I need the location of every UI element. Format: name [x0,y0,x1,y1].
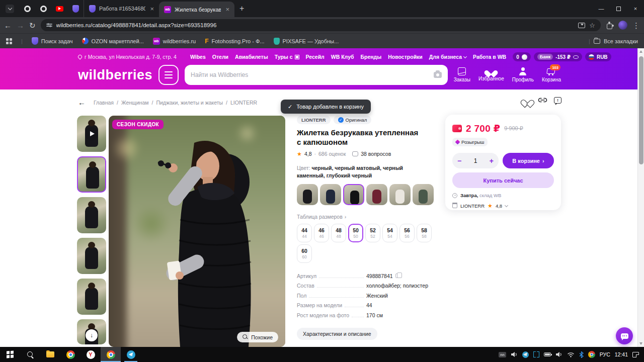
seller-info[interactable]: LIONTERR ★ 4,8 [452,203,554,209]
nav-brands[interactable]: Бренды [360,54,381,60]
site-settings-icon[interactable] [46,24,52,27]
chrome-active-window-button[interactable] [101,347,121,362]
search-input[interactable] [191,71,430,78]
taskbar-search-button[interactable] [20,347,40,362]
thumbnail-video[interactable] [77,116,106,152]
bank-balance-badge[interactable]: Банк -153 ₽ [534,52,582,61]
orders-button[interactable]: Заказы [454,67,470,82]
yandex-browser-button[interactable]: Y [80,347,101,362]
scrollbar-thumb[interactable] [639,56,643,164]
color-swatch[interactable] [389,184,411,205]
install-app-icon[interactable] [578,23,585,28]
size-option[interactable]: 5454 [382,224,397,242]
ratings-count[interactable]: 686 оценок [318,151,346,157]
nav-jobs[interactable]: Работа в WB [473,54,506,60]
thumbnail[interactable] [77,197,106,233]
breadcrumb-item[interactable]: Пиджаки, жилеты и жакеты [156,100,223,106]
currency-badge[interactable]: RUB [585,52,611,61]
browser-menu-icon[interactable]: ⋮ [632,22,640,29]
maximize-button[interactable] [610,0,627,17]
in-cart-button[interactable]: В корзине › [503,153,554,168]
pinned-tab[interactable] [51,0,67,17]
buy-now-button[interactable]: Купить сейчас [452,172,554,188]
tab-close-icon[interactable]: × [224,6,230,13]
product-main-image[interactable]: СЕЗОН СКИДОК Похожие [109,116,285,347]
cart-button[interactable]: 103 Корзина [542,67,561,82]
tab-work-order[interactable]: Работа #165346808 по заказу × [84,0,159,17]
tab-product-active[interactable]: wb Жилетка безрукавка утепленн × [159,2,234,17]
breadcrumb-item[interactable]: LIONTERR [230,100,257,106]
address-bar[interactable]: wildberries.ru/catalog/498887841/detail.… [41,19,601,31]
bookmark-item[interactable]: wb wildberries.ru [153,38,196,45]
bookmark-item[interactable]: OZON маркетплей... [82,38,144,44]
decrease-qty-button[interactable]: − [457,157,461,165]
url-text[interactable]: wildberries.ru/catalog/498887841/detail.… [56,22,575,28]
telegram-button[interactable] [121,347,141,362]
camera-search-icon[interactable] [434,72,442,78]
coins-badge[interactable]: 0 [513,52,531,61]
back-arrow-icon[interactable]: ← [78,98,86,107]
profile-avatar[interactable] [618,21,627,30]
telegram-tray-icon[interactable] [522,351,529,358]
size-table-link[interactable]: Таблица размеров › [297,214,436,220]
pinned-tab[interactable] [35,0,51,17]
start-button[interactable] [0,347,20,362]
breadcrumb-item[interactable]: Женщинам [121,100,149,106]
favorite-heart-icon[interactable] [523,97,531,104]
chat-support-button[interactable] [616,327,633,344]
brand-chip[interactable]: LIONTERR [297,116,331,124]
color-swatch-selected[interactable] [343,184,364,205]
questions-count[interactable]: 38 вопросов [361,151,391,157]
color-swatch[interactable] [366,184,387,205]
nav-wibes[interactable]: Wibes [190,54,206,60]
page-scrollbar[interactable] [637,48,644,347]
copy-icon[interactable] [395,274,399,278]
new-tab-button[interactable]: + [239,4,244,13]
headset-volume-icon[interactable] [555,351,562,357]
size-option[interactable]: 4444 [297,224,312,242]
nav-hotels[interactable]: Отели [212,54,228,60]
thumbnail[interactable] [77,279,106,315]
thumbnail-selected[interactable] [77,156,106,193]
increase-qty-button[interactable]: + [490,157,494,165]
tray-app-icon[interactable]: nn [499,352,506,357]
tab-close-icon[interactable]: × [149,6,155,12]
nav-wb-club[interactable]: WB Клуб [331,54,354,60]
bookmark-item[interactable]: F Fotohosting.Pro - Ф... [205,38,264,45]
size-option[interactable]: 4646 [314,224,329,242]
language-indicator[interactable]: РУС [600,351,610,357]
size-option[interactable]: 4848 [331,224,346,242]
nav-newbuildings[interactable]: Новостройки [388,54,423,60]
nav-avia[interactable]: Авиабилеты [235,54,268,60]
size-option-selected[interactable]: 5050 [348,224,363,242]
search-bar[interactable] [185,65,448,85]
share-link-icon[interactable] [538,97,547,103]
address-link[interactable]: г Москва, ул Никольская д. 7-9, стр. 4 [78,54,177,60]
report-icon[interactable]: ! [554,97,561,104]
notification-center-icon[interactable] [632,352,639,357]
size-option[interactable]: 5656 [399,224,415,242]
nav-business[interactable]: Для бизнеса [429,54,466,60]
volume-icon[interactable] [511,351,518,357]
reload-button[interactable]: ↻ [29,22,36,29]
pinned-tab[interactable] [19,0,35,17]
battery-icon[interactable] [544,352,551,356]
specs-description-button[interactable]: Характеристики и описание [297,328,377,340]
close-window-button[interactable]: × [627,0,644,17]
breadcrumb-item[interactable]: Главная [94,100,114,106]
original-chip[interactable]: ✓ Оригинал [334,116,372,124]
scroll-down-arrow[interactable] [639,342,642,345]
rating-value[interactable]: 4,8 [304,151,312,157]
size-option[interactable]: 5252 [365,224,380,242]
chrome-tray-icon[interactable] [588,351,595,358]
wb-logo[interactable]: wildberries [78,68,152,82]
size-option[interactable]: 6060 [297,244,312,263]
color-swatch[interactable] [320,184,341,205]
nav-resale[interactable]: Ресейл [306,54,325,60]
pinned-tab[interactable] [67,0,84,17]
bookmark-star-icon[interactable]: ☆ [589,22,595,29]
taskbar-clock[interactable]: 12:41 [615,351,628,357]
size-option[interactable]: 5858 [417,224,432,242]
tab-search-button[interactable] [6,5,14,13]
more-thumbnails-button[interactable]: ↓ [86,329,98,341]
